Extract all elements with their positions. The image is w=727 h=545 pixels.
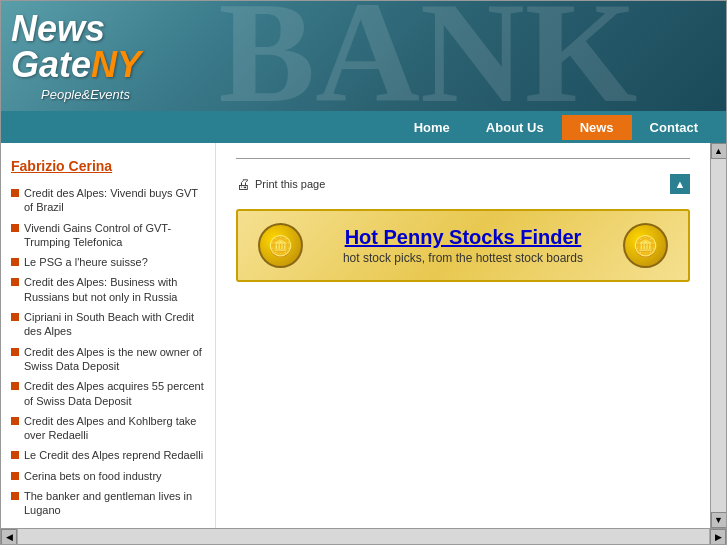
scroll-right-button[interactable]: ▶ xyxy=(710,529,726,545)
ad-text: Hot Penny Stocks Finder hot stock picks,… xyxy=(318,226,608,265)
bullet-icon xyxy=(11,278,19,286)
list-item: Cipriani in South Beach with Credit des … xyxy=(11,310,205,339)
bullet-icon xyxy=(11,472,19,480)
list-item: Le Credit des Alpes reprend Redaelli xyxy=(11,448,205,462)
sidebar-list: Credit des Alpes: Vivendi buys GVT of Br… xyxy=(11,186,205,518)
nav-news[interactable]: News xyxy=(562,115,632,140)
sidebar-link[interactable]: Credit des Alpes: Business with Russians… xyxy=(24,275,205,304)
sidebar-link[interactable]: Le PSG a l'heure suisse? xyxy=(24,255,148,269)
sidebar-link[interactable]: Credit des Alpes acquires 55 percent of … xyxy=(24,379,205,408)
list-item: The banker and gentleman lives in Lugano xyxy=(11,489,205,518)
logo-ny: NY xyxy=(91,44,141,85)
logo-tagline: People&Events xyxy=(41,87,141,102)
bullet-icon xyxy=(11,451,19,459)
bullet-icon xyxy=(11,348,19,356)
list-item: Credit des Alpes: Business with Russians… xyxy=(11,275,205,304)
scroll-left-button[interactable]: ◀ xyxy=(1,529,17,545)
nav-bar: Home About Us News Contact xyxy=(1,111,726,143)
print-bar: 🖨 Print this page ▲ xyxy=(236,174,690,194)
list-item: Credit des Alpes: Vivendi buys GVT of Br… xyxy=(11,186,205,215)
list-item: Credit des Alpes is the new owner of Swi… xyxy=(11,345,205,374)
list-item: Credit des Alpes and Kohlberg take over … xyxy=(11,414,205,443)
nav-arrow-up[interactable]: ▲ xyxy=(670,174,690,194)
coin-right-icon: 🪙 xyxy=(623,223,668,268)
sidebar-link[interactable]: Cerina bets on food industry xyxy=(24,469,162,483)
bullet-icon xyxy=(11,224,19,232)
list-item: Le PSG a l'heure suisse? xyxy=(11,255,205,269)
logo-news: News GateNY xyxy=(11,11,141,83)
sidebar-link[interactable]: Credit des Alpes is the new owner of Swi… xyxy=(24,345,205,374)
coin-left-icon: 🪙 xyxy=(258,223,303,268)
sidebar-link[interactable]: Credit des Alpes and Kohlberg take over … xyxy=(24,414,205,443)
logo-area: News GateNY People&Events xyxy=(11,11,141,102)
list-item: Credit des Alpes acquires 55 percent of … xyxy=(11,379,205,408)
browser-window: News GateNY People&Events Home About Us … xyxy=(0,0,727,545)
nav-contact[interactable]: Contact xyxy=(632,115,716,140)
sidebar: Fabrizio Cerina Credit des Alpes: Vivend… xyxy=(1,143,216,528)
nav-about[interactable]: About Us xyxy=(468,115,562,140)
bottom-scrollbar: ◀ ▶ xyxy=(1,528,726,544)
sidebar-link[interactable]: The banker and gentleman lives in Lugano xyxy=(24,489,205,518)
sidebar-link[interactable]: Vivendi Gains Control of GVT-Trumping Te… xyxy=(24,221,205,250)
bullet-icon xyxy=(11,258,19,266)
ad-subtitle: hot stock picks, from the hottest stock … xyxy=(318,251,608,265)
sidebar-title[interactable]: Fabrizio Cerina xyxy=(11,158,205,174)
scroll-down-button[interactable]: ▼ xyxy=(711,512,727,528)
bullet-icon xyxy=(11,417,19,425)
bullet-icon xyxy=(11,382,19,390)
sidebar-link[interactable]: Cipriani in South Beach with Credit des … xyxy=(24,310,205,339)
print-link[interactable]: 🖨 Print this page xyxy=(236,176,325,192)
sidebar-link[interactable]: Le Credit des Alpes reprend Redaelli xyxy=(24,448,203,462)
nav-home[interactable]: Home xyxy=(396,115,468,140)
horizontal-scroll-track[interactable] xyxy=(17,529,710,544)
list-item: Cerina bets on food industry xyxy=(11,469,205,483)
ad-title[interactable]: Hot Penny Stocks Finder xyxy=(318,226,608,249)
header-banner: News GateNY People&Events xyxy=(1,1,726,111)
printer-icon: 🖨 xyxy=(236,176,250,192)
main-panel: 🖨 Print this page ▲ 🪙 Hot Penny Stocks F… xyxy=(216,143,710,528)
bullet-icon xyxy=(11,492,19,500)
logo-gate: Gate xyxy=(11,44,91,85)
divider xyxy=(236,158,690,159)
content-area: Fabrizio Cerina Credit des Alpes: Vivend… xyxy=(1,143,726,528)
scroll-track[interactable] xyxy=(711,159,726,512)
bullet-icon xyxy=(11,313,19,321)
bullet-icon xyxy=(11,189,19,197)
ad-banner[interactable]: 🪙 Hot Penny Stocks Finder hot stock pick… xyxy=(236,209,690,282)
right-scrollbar: ▲ ▼ xyxy=(710,143,726,528)
print-label: Print this page xyxy=(255,178,325,190)
list-item: Vivendi Gains Control of GVT-Trumping Te… xyxy=(11,221,205,250)
scroll-up-button[interactable]: ▲ xyxy=(711,143,727,159)
sidebar-link[interactable]: Credit des Alpes: Vivendi buys GVT of Br… xyxy=(24,186,205,215)
